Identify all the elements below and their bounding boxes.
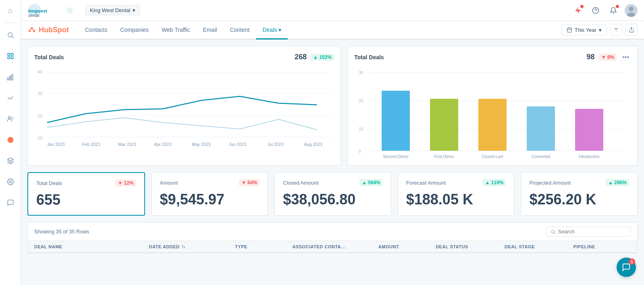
svg-point-10: [7, 137, 13, 143]
sidebar-chat-icon[interactable]: [0, 192, 21, 213]
nav-item-companies[interactable]: Companies: [114, 21, 155, 40]
user-avatar[interactable]: [625, 4, 638, 17]
nav-item-contacts[interactable]: Contacts: [79, 21, 114, 40]
nav-item-email[interactable]: Email: [196, 21, 223, 40]
kpi-card-header-4: Projected Amount ▲ 286%: [529, 179, 629, 186]
sidebar-contacts-icon[interactable]: [0, 108, 21, 129]
svg-text:10: 10: [359, 127, 364, 131]
line-chart-title: Total Deals: [34, 54, 64, 60]
hubspot-brand-label: HubSpot: [39, 26, 69, 34]
navbar: HubSpot Contacts Companies Web Traffic E…: [21, 21, 644, 40]
deals-table: Showing 35 of 35 Rows DEAL NAME DATE ADD…: [27, 222, 638, 253]
bar-chart-card: Total Deals 98 ▼ 8% ••• 30 20 10 0: [347, 46, 638, 166]
kpi-card-projected[interactable]: Projected Amount ▲ 286% $256.20 K: [521, 172, 638, 216]
share-icon: [629, 27, 634, 33]
col-header-date-added: DATE ADDED: [149, 244, 235, 249]
bolt-icon-btn[interactable]: [571, 4, 584, 17]
svg-text:30: 30: [38, 92, 43, 96]
kpi-badge-0: ▼ 12%: [115, 179, 136, 187]
table-row-count: Showing 35 of 35 Rows: [34, 229, 89, 235]
org-selector-chevron: ▾: [133, 7, 135, 13]
svg-text:Second Demo: Second Demo: [383, 154, 409, 159]
logo-area: kingwest dental: [27, 3, 76, 18]
svg-text:dental: dental: [28, 13, 39, 18]
nav-item-content[interactable]: Content: [223, 21, 256, 40]
table-header-row: DEAL NAME DATE ADDED TYPE ASSOCIATED CON…: [28, 241, 637, 253]
help-icon-btn[interactable]: [589, 4, 602, 17]
svg-text:Apr 2023: Apr 2023: [154, 142, 172, 147]
col-header-type: TYPE: [235, 244, 292, 249]
svg-text:30: 30: [359, 71, 364, 75]
nav-item-webtraffic[interactable]: Web Traffic: [155, 21, 196, 40]
svg-text:40: 40: [38, 70, 43, 74]
kpi-value-0: 655: [36, 191, 136, 208]
kpi-card-closed-amount[interactable]: Closed Amount ▲ 594% $38,056.80: [274, 172, 391, 216]
nav-item-deals[interactable]: Deals ▾: [256, 21, 288, 40]
customize-button[interactable]: [610, 24, 622, 36]
line-chart-container: 40 30 20 10 Jan 2023: [34, 66, 334, 147]
kpi-card-total-deals[interactable]: Total Deals ▼ 12% 655: [27, 172, 145, 216]
svg-text:First Demo: First Demo: [434, 154, 454, 159]
svg-text:Jul 2023: Jul 2023: [267, 142, 283, 147]
date-filter-label: This Year: [575, 27, 596, 33]
sidebar-settings-icon[interactable]: [0, 171, 21, 192]
dashboard: Total Deals 268 ▲ 102% 40 30 20 10: [21, 40, 644, 285]
kpi-value-2: $38,056.80: [283, 191, 383, 208]
chat-float-button[interactable]: 1: [617, 258, 636, 277]
svg-text:20: 20: [38, 114, 43, 119]
svg-text:10: 10: [38, 136, 43, 140]
col-header-pipeline: PIPELINE: [573, 244, 631, 249]
date-sort-icon[interactable]: [181, 245, 185, 249]
sidebar-hubspot-icon[interactable]: [0, 129, 21, 150]
hubspot-icon: [27, 25, 36, 34]
svg-point-0: [8, 33, 12, 37]
hubspot-logo: HubSpot: [27, 25, 69, 34]
filter-icon: [613, 27, 619, 33]
col-header-deal-status: DEAL STATUS: [436, 244, 505, 249]
chat-notification-badge: 1: [629, 258, 635, 265]
calendar-icon: [567, 27, 572, 33]
share-button[interactable]: [625, 24, 638, 36]
svg-rect-61: [478, 99, 507, 151]
org-selector[interactable]: King West Dental ▾: [85, 5, 140, 15]
svg-text:Converted: Converted: [532, 154, 550, 159]
svg-text:20: 20: [359, 99, 364, 103]
col-header-contact: ASSOCIATED CONTA...: [292, 244, 378, 249]
svg-rect-7: [9, 76, 10, 80]
main-content: kingwest dental King West Dental ▾: [21, 0, 644, 285]
col-header-deal-name: DEAL NAME: [34, 244, 149, 249]
kpi-row: Total Deals ▼ 12% 655 Amount ▼ 64% $9,54…: [27, 172, 638, 216]
table-toolbar: Showing 35 of 35 Rows: [28, 223, 637, 241]
date-filter-chevron: ▾: [599, 27, 602, 33]
svg-rect-2: [8, 53, 10, 55]
charts-row: Total Deals 268 ▲ 102% 40 30 20 10: [27, 46, 638, 166]
kpi-badge-4: ▲ 286%: [606, 179, 629, 186]
svg-text:Aug 2023: Aug 2023: [304, 142, 323, 147]
kpi-badge-2: ▲ 594%: [359, 179, 383, 186]
svg-text:Mar 2023: Mar 2023: [118, 142, 136, 147]
svg-line-70: [554, 233, 555, 234]
bar-chart-more-button[interactable]: •••: [621, 54, 631, 61]
table-search-input[interactable]: [558, 229, 626, 235]
table-search-wrap: [546, 227, 631, 237]
kpi-label-4: Projected Amount: [529, 180, 571, 186]
sidebar-search-icon[interactable]: [0, 25, 21, 46]
sidebar-reports-icon[interactable]: [0, 46, 21, 67]
sidebar-line-chart-icon[interactable]: [0, 87, 21, 108]
logo-svg: kingwest dental: [27, 3, 76, 18]
svg-line-26: [30, 28, 32, 31]
svg-point-69: [551, 230, 554, 233]
svg-text:Jan 2023: Jan 2023: [47, 142, 65, 147]
sidebar-bar-chart-icon[interactable]: [0, 67, 21, 87]
kpi-badge-3: ▲ 119%: [482, 179, 506, 186]
sidebar-home-icon[interactable]: ⌂: [0, 0, 21, 21]
svg-text:Introduction: Introduction: [579, 154, 600, 159]
notification-icon-btn[interactable]: [607, 4, 620, 17]
sidebar-klarna-icon[interactable]: [0, 150, 21, 171]
kpi-label-1: Amount: [160, 180, 178, 186]
top-right-icons: [571, 4, 638, 17]
kpi-card-forecast[interactable]: Forecast Amount ▲ 119% $188.05 K: [398, 172, 515, 216]
date-filter-button[interactable]: This Year ▾: [561, 25, 607, 35]
kpi-card-amount[interactable]: Amount ▼ 64% $9,545.97: [152, 172, 268, 216]
table-search-icon: [551, 229, 556, 235]
